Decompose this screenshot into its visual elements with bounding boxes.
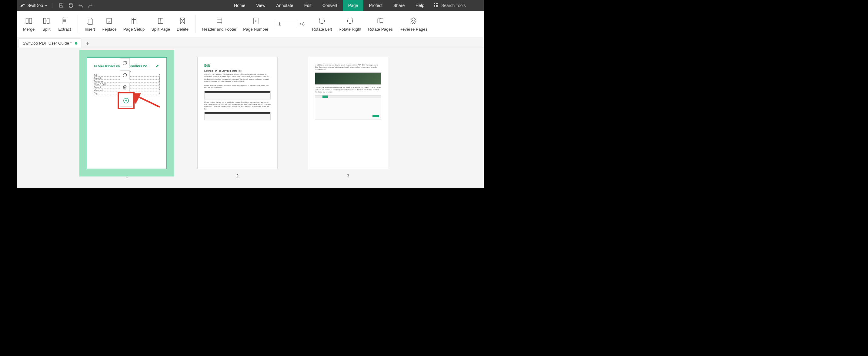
page-total: / 8 [300, 22, 305, 26]
tool-label: Replace [101, 27, 117, 32]
p2-para: Mouse click on the text box to modify th… [204, 101, 271, 110]
thumb-3-wrap: In addition to text, you are allowed to … [308, 57, 388, 185]
redo-icon[interactable] [88, 3, 93, 8]
new-tab-button[interactable]: + [83, 39, 92, 48]
menu-label: Page [348, 3, 358, 8]
apps-grid-icon[interactable] [434, 3, 439, 8]
menu-label: Help [415, 3, 424, 8]
tool-extract[interactable]: Extract [55, 15, 74, 33]
page-current-input[interactable] [276, 20, 297, 28]
tool-label: Page Setup [123, 27, 145, 32]
p3-photo [315, 72, 381, 85]
brand-name: SwifDoo [27, 3, 43, 8]
unsaved-indicator-icon [75, 42, 77, 44]
tool-delete[interactable]: Delete [174, 15, 191, 33]
menu-page[interactable]: Page [343, 0, 364, 11]
page-thumbnail-2[interactable]: Edit Editing a PDF as Easy as a Word Fil… [197, 57, 278, 169]
split-page-icon [156, 17, 165, 25]
p2-para: SwifDoo PDF's powerful editing feature e… [204, 74, 271, 83]
document-tab[interactable]: SwifDoo PDF User Guide * [18, 38, 82, 48]
menu-label: Protect [369, 3, 382, 8]
svg-rect-20 [217, 18, 222, 24]
tool-split[interactable]: Split [38, 15, 55, 33]
thumb-number: 3 [347, 174, 349, 178]
main-menu: Home View Annotate Edit Convert Page Pro… [228, 0, 430, 11]
p3-dialog [315, 95, 381, 119]
menu-label: Home [234, 3, 245, 8]
divider [52, 3, 53, 8]
undo-icon[interactable] [78, 3, 83, 8]
menu-share[interactable]: Share [388, 0, 410, 11]
menu-annotate[interactable]: Annotate [271, 0, 299, 11]
svg-rect-4 [436, 5, 437, 6]
svg-rect-13 [62, 18, 67, 24]
tool-replace[interactable]: Replace [98, 15, 120, 33]
tool-label: Split Page [151, 27, 170, 32]
page-thumbnail-3[interactable]: In addition to text, you are allowed to … [308, 57, 388, 169]
tool-rotate-left[interactable]: Rotate Left [309, 15, 335, 33]
svg-text:#: # [255, 20, 256, 23]
tool-label: Split [42, 27, 50, 32]
svg-rect-5 [437, 5, 438, 6]
menu-protect[interactable]: Protect [363, 0, 388, 11]
menu-view[interactable]: View [251, 0, 271, 11]
divider [195, 15, 195, 33]
brand-logo-icon [20, 3, 26, 7]
rotate-ccw-icon [122, 72, 128, 78]
svg-line-26 [136, 96, 160, 107]
annotation-arrow-icon [134, 93, 161, 109]
tool-label: Rotate Left [312, 27, 332, 32]
tool-reverse-pages[interactable]: Reverse Pages [396, 15, 430, 33]
svg-rect-12 [47, 18, 50, 24]
svg-rect-6 [434, 6, 435, 7]
page-actions-floating [120, 58, 132, 107]
ribbon-page: Merge Split Extract Insert Replace Page … [17, 11, 484, 37]
page-setup-icon [130, 17, 138, 25]
p2-screenshot [204, 112, 271, 120]
thumb-number: 2 [237, 174, 239, 178]
page-add-button[interactable] [120, 95, 132, 107]
page-delete-button[interactable] [120, 83, 130, 92]
thumb-2-wrap: Edit Editing a PDF as Easy as a Word Fil… [197, 57, 278, 185]
tool-header-footer[interactable]: Header and Footer [199, 15, 240, 33]
tool-rotate-pages[interactable]: Rotate Pages [365, 15, 396, 33]
wing-icon [155, 64, 160, 67]
svg-rect-9 [26, 18, 29, 24]
p3-para: OCR feature is still available to make a… [315, 86, 381, 93]
brand-dropdown-icon[interactable] [45, 5, 47, 6]
tool-label: Reverse Pages [399, 27, 427, 32]
svg-rect-0 [434, 3, 435, 4]
menu-help[interactable]: Help [410, 0, 430, 11]
menu-edit[interactable]: Edit [299, 0, 317, 11]
save-icon[interactable] [59, 3, 64, 8]
tool-label: Extract [58, 27, 71, 32]
print-icon[interactable] [68, 3, 74, 8]
tool-label: Insert [85, 27, 95, 32]
menu-label: Share [393, 3, 405, 8]
tool-rotate-right[interactable]: Rotate Right [336, 15, 364, 33]
search-input[interactable] [441, 3, 481, 8]
tool-label: Merge [23, 27, 35, 32]
menu-convert[interactable]: Convert [317, 0, 343, 11]
p3-para: In addition to text, you are allowed to … [315, 64, 381, 71]
tool-split-page[interactable]: Split Page [148, 15, 173, 33]
tool-label: Rotate Pages [368, 27, 393, 32]
split-icon [42, 17, 51, 25]
plus-circle-icon [123, 97, 129, 104]
tab-title: SwifDoo PDF User Guide * [23, 41, 72, 46]
tool-merge[interactable]: Merge [20, 15, 38, 33]
menu-label: View [256, 3, 265, 8]
tool-page-number[interactable]: #Page Number [240, 15, 271, 33]
merge-icon [25, 17, 33, 25]
menu-home[interactable]: Home [228, 0, 251, 11]
rotate-left-icon [318, 17, 326, 25]
page-rotate-ccw-button[interactable] [120, 70, 130, 80]
svg-rect-3 [434, 5, 435, 6]
page-rotate-cw-button[interactable] [120, 58, 130, 68]
svg-rect-8 [437, 6, 438, 7]
tool-page-setup[interactable]: Page Setup [120, 15, 148, 33]
p2-sub: Editing a PDF as Easy as a Word File [204, 70, 271, 72]
quick-access-toolbar [59, 3, 93, 8]
tool-insert[interactable]: Insert [82, 15, 98, 33]
tool-label: Header and Footer [202, 27, 237, 32]
